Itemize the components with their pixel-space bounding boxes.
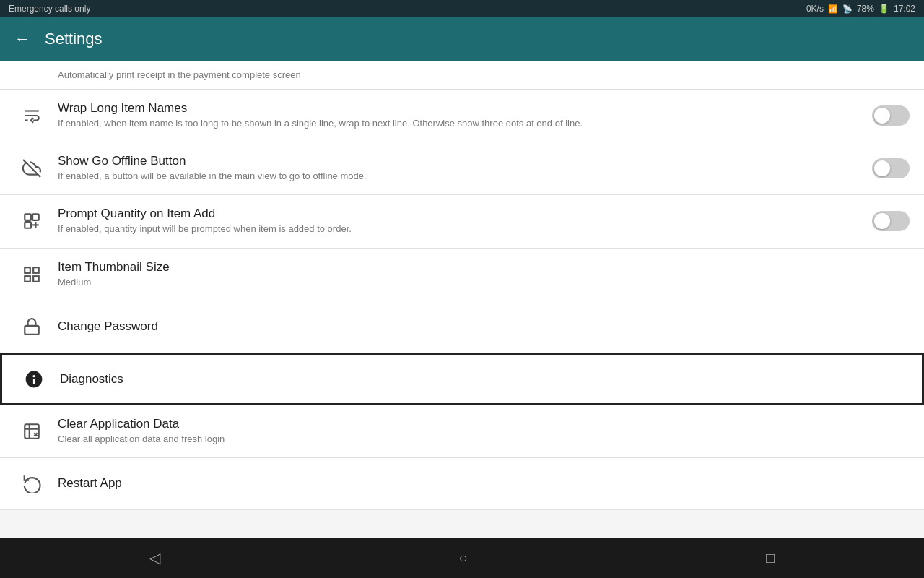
- app-bar: ← Settings: [0, 17, 924, 61]
- back-button[interactable]: ←: [14, 30, 30, 48]
- setting-item-wrap-long-item-names[interactable]: Wrap Long Item NamesIf enabled, when ite…: [0, 90, 924, 142]
- wrap-text-icon: [14, 106, 49, 125]
- svg-rect-4: [32, 215, 39, 221]
- status-bar-right: 0K/s 📶 📡 78% 🔋 17:02: [806, 4, 915, 14]
- setting-title-clear-application-data: Clear Application Data: [58, 417, 910, 431]
- recent-nav-button[interactable]: □: [751, 544, 789, 572]
- cloud-off-icon: [14, 159, 49, 178]
- status-bar: Emergency calls only 0K/s 📶 📡 78% 🔋 17:0…: [0, 0, 924, 17]
- restart-icon: [14, 474, 49, 493]
- setting-content-diagnostics: Diagnostics: [51, 372, 907, 387]
- setting-subtitle-clear-application-data: Clear all application data and fresh log…: [58, 433, 910, 446]
- signal-icon: 📶: [828, 4, 838, 14]
- svg-rect-11: [33, 276, 39, 282]
- setting-title-item-thumbnail-size: Item Thumbnail Size: [58, 260, 910, 275]
- speed-indicator: 0K/s: [806, 4, 824, 14]
- grid-icon: [14, 265, 49, 284]
- svg-rect-8: [25, 267, 30, 273]
- bottom-nav: ◁ ○ □: [0, 538, 924, 578]
- svg-rect-9: [33, 267, 39, 273]
- setting-content-change-password: Change Password: [49, 319, 910, 334]
- svg-rect-12: [25, 326, 39, 335]
- toggle-show-go-offline-button[interactable]: [872, 158, 910, 178]
- setting-title-restart-app: Restart App: [58, 476, 910, 491]
- battery-icon: 🔋: [879, 4, 889, 14]
- info-icon: [17, 370, 51, 389]
- partial-setting-item: Automatically print receipt in the payme…: [0, 61, 924, 90]
- setting-content-item-thumbnail-size: Item Thumbnail SizeMedium: [49, 260, 910, 289]
- setting-item-change-password[interactable]: Change Password: [0, 301, 924, 353]
- settings-list: Wrap Long Item NamesIf enabled, when ite…: [0, 90, 924, 510]
- toggle-prompt-quantity[interactable]: [872, 211, 910, 231]
- lock-icon: [14, 317, 49, 336]
- setting-title-prompt-quantity: Prompt Quantity on Item Add: [58, 207, 872, 221]
- setting-item-item-thumbnail-size[interactable]: Item Thumbnail SizeMedium: [0, 249, 924, 301]
- settings-content: Automatically print receipt in the payme…: [0, 61, 924, 538]
- svg-rect-5: [25, 223, 31, 229]
- setting-item-prompt-quantity[interactable]: Prompt Quantity on Item AddIf enabled, q…: [0, 195, 924, 248]
- battery-level: 78%: [857, 4, 874, 14]
- setting-item-diagnostics[interactable]: Diagnostics: [0, 353, 924, 405]
- toggle-wrap-long-item-names[interactable]: [872, 105, 910, 126]
- setting-title-diagnostics: Diagnostics: [60, 372, 907, 387]
- setting-title-change-password: Change Password: [58, 319, 910, 334]
- setting-item-show-go-offline-button[interactable]: Show Go Offline ButtonIf enabled, a butt…: [0, 142, 924, 195]
- page-title: Settings: [45, 30, 103, 48]
- svg-rect-3: [25, 215, 31, 221]
- setting-content-prompt-quantity: Prompt Quantity on Item AddIf enabled, q…: [49, 207, 872, 236]
- setting-title-wrap-long-item-names: Wrap Long Item Names: [58, 101, 872, 116]
- back-nav-button[interactable]: ◁: [135, 543, 175, 572]
- quantity-icon: [14, 212, 49, 230]
- setting-content-wrap-long-item-names: Wrap Long Item NamesIf enabled, when ite…: [49, 101, 872, 130]
- setting-content-show-go-offline-button: Show Go Offline ButtonIf enabled, a butt…: [49, 154, 872, 183]
- setting-subtitle-prompt-quantity: If enabled, quantity input will be promp…: [58, 223, 872, 236]
- setting-subtitle-show-go-offline-button: If enabled, a button will be available i…: [58, 170, 872, 183]
- svg-rect-10: [25, 276, 30, 282]
- setting-content-clear-application-data: Clear Application DataClear all applicat…: [49, 417, 910, 446]
- emergency-text: Emergency calls only: [9, 4, 90, 14]
- setting-subtitle-wrap-long-item-names: If enabled, when item name is too long t…: [58, 117, 872, 130]
- setting-subtitle-item-thumbnail-size: Medium: [58, 276, 910, 289]
- clock: 17:02: [894, 4, 915, 14]
- setting-content-restart-app: Restart App: [49, 476, 910, 491]
- setting-item-clear-application-data[interactable]: Clear Application DataClear all applicat…: [0, 405, 924, 458]
- setting-item-restart-app[interactable]: Restart App: [0, 458, 924, 510]
- home-nav-button[interactable]: ○: [444, 544, 481, 572]
- partial-setting-text: Automatically print receipt in the payme…: [58, 69, 301, 80]
- setting-title-show-go-offline-button: Show Go Offline Button: [58, 154, 872, 168]
- clear-data-icon: [14, 422, 49, 441]
- wifi-icon: 📡: [842, 4, 853, 14]
